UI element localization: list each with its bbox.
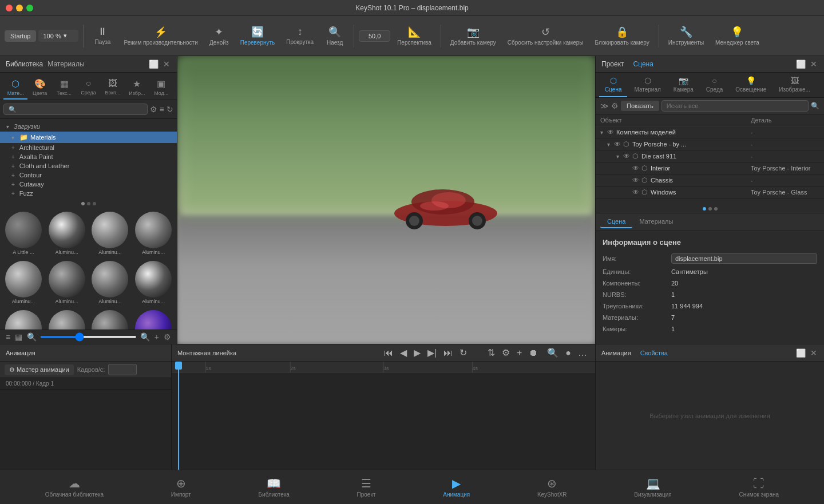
list-item[interactable]: Aluminu... — [89, 209, 132, 257]
zoom-in-button[interactable]: 🔍 Наезд — [320, 23, 349, 49]
tab-material[interactable]: ⬡ Материал — [628, 73, 666, 97]
perspective-button[interactable]: 📐 Перспектива — [393, 23, 436, 49]
list-view-button[interactable]: ≡ — [5, 332, 11, 342]
list-item[interactable]: Aluminu... — [46, 259, 88, 307]
list-item[interactable]: Aluminu... — [2, 259, 45, 307]
rp-close-button[interactable]: ✕ — [809, 59, 818, 69]
skip-end-button[interactable]: ⏭ — [441, 346, 455, 359]
list-item[interactable]: Aluminu... — [89, 259, 132, 307]
show-button[interactable]: Показать — [621, 101, 659, 111]
tab-env[interactable]: ○ Среда — [700, 73, 729, 97]
record-button[interactable]: ⏺ — [526, 346, 540, 359]
zoom-display[interactable]: 100 % ▾ — [38, 30, 78, 42]
visibility-icon[interactable]: 👁 — [632, 176, 641, 184]
obj-row-diecast[interactable]: ▾ 👁 ⬡ Die cast 911 - — [596, 150, 824, 162]
master-animation-button[interactable]: ⚙ Мастер анимации — [5, 364, 74, 375]
performance-button[interactable]: ⚡ Режим производительности — [119, 23, 202, 49]
tree-item-architectural[interactable]: + Architectural — [0, 143, 177, 152]
timeline-playhead[interactable] — [178, 362, 179, 470]
sb-screenshot[interactable]: ⛶ Снимок экрана — [732, 475, 786, 500]
tab-models[interactable]: ▣ Мод... — [149, 76, 173, 100]
pause-button[interactable]: ⏸ Пауза — [88, 23, 117, 48]
playhead-handle[interactable] — [175, 362, 182, 370]
sb-project[interactable]: ☰ Проект — [350, 474, 383, 500]
tab-lighting[interactable]: 💡 Освещение — [730, 73, 772, 97]
flip-button[interactable]: 🔄 Перевернуть — [236, 23, 280, 49]
prev-frame-button[interactable]: ◀ — [398, 346, 409, 359]
list-item[interactable]: A Little ... — [2, 209, 45, 257]
obj-row-porsche[interactable]: ▾ 👁 ⬡ Toy Porsche - by ... - — [596, 138, 824, 150]
tree-item-cutaway[interactable]: + Cutaway — [0, 180, 177, 189]
tab-colors[interactable]: 🎨 Цвета — [27, 76, 52, 100]
expand-all-icon[interactable]: ≫ — [600, 101, 609, 110]
settings-timeline-button[interactable]: ⚙ — [500, 346, 512, 359]
add-mat-button[interactable]: + — [153, 332, 160, 342]
settings-mat-button[interactable]: ⚙ — [163, 332, 172, 342]
panel-expand-button[interactable]: ⬜ — [148, 59, 160, 69]
add-camera-button[interactable]: 📷 Добавить камеру — [446, 23, 501, 49]
obj-row-kits[interactable]: ▾ 👁 Комплекты моделей - — [596, 126, 824, 138]
tree-item-materials[interactable]: ▾ 📁 Materials — [0, 132, 177, 143]
tree-item-contour[interactable]: + Contour — [0, 170, 177, 180]
sb-keyshotxr[interactable]: ⊛ KeyShotXR — [530, 474, 574, 500]
window-controls[interactable] — [6, 5, 33, 11]
tab-scene[interactable]: ⬡ Сцена — [599, 73, 627, 97]
tree-item-fuzz[interactable]: + Fuzz — [0, 189, 177, 198]
list-item[interactable]: Aluminu... — [132, 209, 175, 257]
viewport[interactable] — [177, 56, 595, 344]
options-icon[interactable]: ⚙ — [611, 101, 619, 110]
denoise-button[interactable]: ✦ Денойз — [205, 23, 233, 49]
search-timeline-button[interactable]: 🔍 — [545, 346, 561, 359]
grid-view-button[interactable]: ▦ — [14, 332, 23, 342]
loop-button[interactable]: ↻ — [457, 346, 469, 359]
sort-timeline-button[interactable]: ⇅ — [485, 346, 497, 359]
tab-favorites[interactable]: ★ Избр... — [125, 76, 149, 100]
size-slider[interactable] — [40, 336, 137, 338]
list-item[interactable]: Aluminu... — [89, 308, 132, 330]
anim-props-expand-button[interactable]: ⬜ — [795, 348, 807, 358]
scene-search-input[interactable] — [661, 100, 809, 112]
visibility-icon[interactable]: 👁 — [632, 164, 641, 172]
tree-item-axalta[interactable]: + Axalta Paint — [0, 152, 177, 161]
sb-library[interactable]: 📖 Библиотека — [251, 474, 296, 500]
lock-camera-button[interactable]: 🔒 Блокировать камеру — [591, 23, 654, 49]
tab-environment[interactable]: ○ Среда — [76, 76, 100, 100]
search-button[interactable]: ⚙ — [150, 105, 157, 114]
tab-camera[interactable]: 📷 Камера — [668, 73, 699, 97]
obj-row-interior[interactable]: 👁 ⬡ Interior Toy Porsche - Interior — [596, 162, 824, 174]
tab-backplates[interactable]: 🖼 Бэкп... — [101, 76, 125, 100]
record2-button[interactable]: ● — [563, 346, 573, 359]
tools-button[interactable]: 🔧 Инструменты — [664, 23, 708, 49]
tree-item-cloth[interactable]: + Cloth and Leather — [0, 161, 177, 170]
sb-visualization[interactable]: 💻 Визуализация — [627, 474, 678, 500]
more-button[interactable]: … — [576, 346, 589, 359]
fps-input[interactable]: 30 — [108, 364, 137, 375]
next-frame-button[interactable]: ▶| — [425, 346, 439, 359]
reset-camera-button[interactable]: ↺ Сбросить настройки камеры — [503, 23, 588, 49]
search-mat-button[interactable]: 🔍 — [26, 332, 38, 342]
fov-input[interactable]: 50,0 — [359, 30, 390, 42]
visibility-icon[interactable]: 👁 — [614, 140, 623, 148]
zoom-out-mat-button[interactable]: 🔍 — [139, 332, 151, 342]
maximize-button[interactable] — [26, 5, 33, 11]
list-item[interactable]: Aluminu... — [2, 308, 45, 330]
obj-row-windows[interactable]: 👁 ⬡ Windows Toy Porsche - Glass — [596, 186, 824, 199]
list-item[interactable]: Aluminu... — [132, 259, 175, 307]
skip-start-button[interactable]: ⏮ — [382, 346, 395, 359]
sb-import[interactable]: ⊕ Импорт — [164, 474, 198, 500]
sort-button[interactable]: ≡ — [160, 105, 164, 114]
rp-expand-button[interactable]: ⬜ — [795, 59, 807, 69]
tab-materials[interactable]: ⬡ Мате... — [3, 76, 27, 100]
scroll-button[interactable]: ↕ Прокрутка — [282, 23, 318, 48]
refresh-button[interactable]: ↻ — [167, 105, 173, 114]
visibility-icon[interactable]: 👁 — [607, 128, 616, 136]
sb-cloud-library[interactable]: ☁ Облачная библиотека — [38, 474, 110, 500]
bst-materials[interactable]: Материалы — [632, 216, 680, 228]
minimize-button[interactable] — [16, 5, 23, 11]
add-timeline-button[interactable]: + — [514, 346, 524, 359]
tab-textures[interactable]: ▦ Текс... — [52, 76, 76, 100]
sb-animation[interactable]: ▶ Анимация — [436, 474, 477, 500]
visibility-icon[interactable]: 👁 — [632, 188, 641, 196]
anim-props-close-button[interactable]: ✕ — [809, 348, 818, 358]
timeline-track[interactable]: 1s 2s 3s 4s — [172, 362, 595, 470]
